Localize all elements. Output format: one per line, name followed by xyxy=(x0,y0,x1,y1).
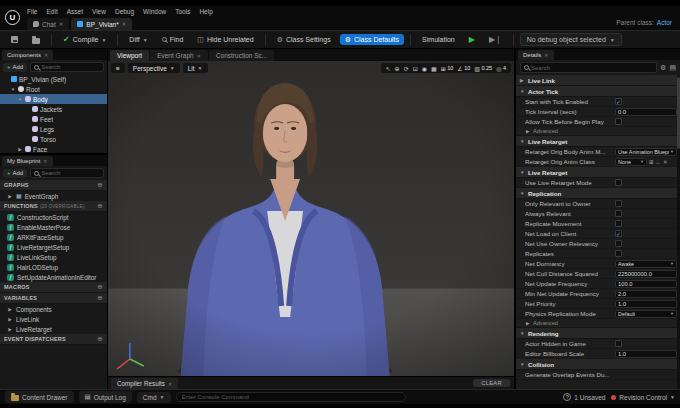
value-field[interactable]: 100.0 xyxy=(615,280,677,288)
menu-edit[interactable]: Edit xyxy=(46,8,57,15)
close-icon[interactable]: ✕ xyxy=(168,381,172,387)
add-icon[interactable]: ⊕ xyxy=(97,335,103,343)
add-icon[interactable]: ⊕ xyxy=(97,283,103,291)
value-dropdown[interactable]: None▼ xyxy=(615,158,647,166)
close-icon[interactable]: ✕ xyxy=(44,52,48,58)
value-field[interactable]: 2.0 xyxy=(615,290,677,298)
component-feet[interactable]: Feet xyxy=(0,114,107,124)
cmd-dropdown[interactable]: Cmd▼ xyxy=(137,392,171,403)
menu-file[interactable]: File xyxy=(27,8,37,15)
details-search-input[interactable] xyxy=(531,65,653,71)
viewport-3d-scene[interactable] xyxy=(108,61,514,376)
console-command-input[interactable] xyxy=(182,394,400,400)
checkbox[interactable] xyxy=(615,200,622,207)
menu-debug[interactable]: Debug xyxy=(115,8,134,15)
class-defaults-button[interactable]: ⚙Class Defaults xyxy=(340,34,404,45)
value-dropdown[interactable]: Awake▼ xyxy=(615,260,677,268)
components-search[interactable] xyxy=(30,62,104,72)
doc-tab-bp-vivian[interactable]: BP_Vivian*✕ xyxy=(71,18,132,30)
details-section-collision[interactable]: ▼Collision xyxy=(516,359,680,370)
perspective-dropdown[interactable]: Perspective▼ xyxy=(128,63,180,73)
menu-view[interactable]: View xyxy=(92,8,106,15)
menu-tools[interactable]: Tools xyxy=(175,8,190,15)
blueprint-item-arkitfacesetup[interactable]: fARKitFaceSetup xyxy=(0,232,107,242)
details-section-live-retarget[interactable]: ▼Live Retarget xyxy=(516,167,680,178)
details-section-live-link[interactable]: ▶Live Link xyxy=(516,75,680,86)
revision-control-button[interactable]: Revision Control▼ xyxy=(611,394,675,401)
menu-help[interactable]: Help xyxy=(199,8,212,15)
blueprint-item-livelink[interactable]: ▶LiveLink xyxy=(0,314,107,324)
component-root[interactable]: ▼Root xyxy=(0,84,107,94)
component-legs[interactable]: Legs xyxy=(0,124,107,134)
viewport-3d[interactable]: ≡ Perspective▼ Lit▼ ↖⊕⟳⊡◉▦⊞10∠10▥0.25◎4 xyxy=(108,61,514,376)
close-icon[interactable]: ✕ xyxy=(43,158,47,164)
content-drawer-button[interactable]: Content Drawer xyxy=(5,391,74,403)
tab-viewport[interactable]: Viewport xyxy=(110,50,149,61)
tab-components[interactable]: Components✕ xyxy=(2,50,53,60)
close-icon[interactable]: ✕ xyxy=(59,21,64,27)
value-field[interactable]: 1.0 xyxy=(615,300,677,308)
debug-object-dropdown[interactable]: No debug object selected▼ xyxy=(520,33,622,46)
browse-button[interactable] xyxy=(27,34,45,46)
details-section-rendering[interactable]: ▼Rendering xyxy=(516,328,680,339)
checkbox[interactable] xyxy=(615,210,622,217)
output-log-button[interactable]: ▤Output Log xyxy=(79,391,132,403)
menu-window[interactable]: Window xyxy=(143,8,166,15)
save-button[interactable] xyxy=(6,34,23,45)
component-jackets[interactable]: Jackets xyxy=(0,104,107,114)
grid-snap-toggle[interactable]: ⊞10 xyxy=(441,65,454,72)
details-advanced-toggle[interactable]: ▶Advanced xyxy=(516,127,680,136)
clear-button[interactable]: CLEAR xyxy=(473,379,510,387)
components-search-input[interactable] xyxy=(41,64,100,70)
browse-icon[interactable]: ⊞ xyxy=(649,159,654,165)
move-tool[interactable]: ⊕ xyxy=(395,65,400,72)
camera-speed[interactable]: ◎4 xyxy=(496,65,506,72)
value-field[interactable]: 225000000.0 xyxy=(615,270,677,278)
value-dropdown[interactable]: Default▼ xyxy=(615,310,677,318)
add-icon[interactable]: ⊕ xyxy=(97,294,103,302)
rotation-snap-toggle[interactable]: ∠10 xyxy=(457,65,470,72)
checkbox[interactable] xyxy=(615,240,622,247)
add-icon[interactable]: ⊕ xyxy=(97,202,103,210)
unsaved-status[interactable]: ?1 Unsaved xyxy=(563,393,605,401)
section-graphs[interactable]: GRAPHS⊕ xyxy=(0,180,107,191)
value-dropdown[interactable]: Use Animation Blueprint▼ xyxy=(615,148,677,156)
blueprint-item-liveretargetsetup[interactable]: fLiveRetargetSetup xyxy=(0,242,107,252)
blueprint-item-components[interactable]: ▶Components xyxy=(0,304,107,314)
expand-arrow[interactable]: ▶ xyxy=(7,194,13,199)
blueprint-item-enablemasterpose[interactable]: fEnableMasterPose xyxy=(0,222,107,232)
add-blueprint-item-button[interactable]: +Add xyxy=(3,169,27,178)
close-icon[interactable]: ✕ xyxy=(197,53,201,59)
scale-snap-toggle[interactable]: ▥0.25 xyxy=(474,65,492,72)
tab-event-graph[interactable]: Event Graph✕ xyxy=(150,50,208,61)
play-button[interactable]: ▶ xyxy=(464,33,480,46)
console-command-field[interactable] xyxy=(176,392,406,402)
details-section-replication[interactable]: ▼Replication xyxy=(516,188,680,199)
parent-class-link[interactable]: Actor xyxy=(657,19,672,26)
value-field[interactable]: 1.0 xyxy=(615,350,677,358)
details-search[interactable] xyxy=(520,62,657,73)
find-button[interactable]: Find xyxy=(157,34,189,45)
add-component-button[interactable]: +Add xyxy=(3,63,27,72)
checkbox[interactable]: ✓ xyxy=(615,98,622,105)
component-face[interactable]: ▶Face xyxy=(0,144,107,153)
checkbox[interactable] xyxy=(615,220,622,227)
clear-icon[interactable]: ✕ xyxy=(663,159,668,165)
surface-snap-toggle[interactable]: ▦ xyxy=(431,65,437,72)
blueprint-item-eventgraph[interactable]: ▶▦EventGraph xyxy=(0,191,107,201)
add-icon[interactable]: ⊕ xyxy=(97,181,103,189)
tab-my-blueprint[interactable]: My Blueprint✕ xyxy=(2,156,53,166)
blueprint-item-livelinksetup[interactable]: fLiveLinkSetup xyxy=(0,252,107,262)
section-macros[interactable]: MACROS⊕ xyxy=(0,282,107,293)
frame-skip-button[interactable]: ▶❘ xyxy=(484,33,507,46)
details-section-live-retarget[interactable]: ▼Live Retarget xyxy=(516,136,680,147)
tab-compiler-results[interactable]: Compiler Results✕ xyxy=(111,378,178,389)
simulation-button[interactable]: Simulation xyxy=(417,34,460,45)
section-variables[interactable]: VARIABLES⊕ xyxy=(0,293,107,304)
details-filter-icon[interactable]: ▤ xyxy=(669,64,676,71)
hide-unrelated-button[interactable]: ◫Hide Unrelated xyxy=(192,34,258,45)
expand-arrow[interactable]: ▶ xyxy=(7,307,13,312)
diff-button[interactable]: Diff▼ xyxy=(124,34,152,45)
component-bp-vivian-self[interactable]: BP_Vivian (Self) xyxy=(0,74,107,84)
component-torso[interactable]: Torso xyxy=(0,134,107,144)
